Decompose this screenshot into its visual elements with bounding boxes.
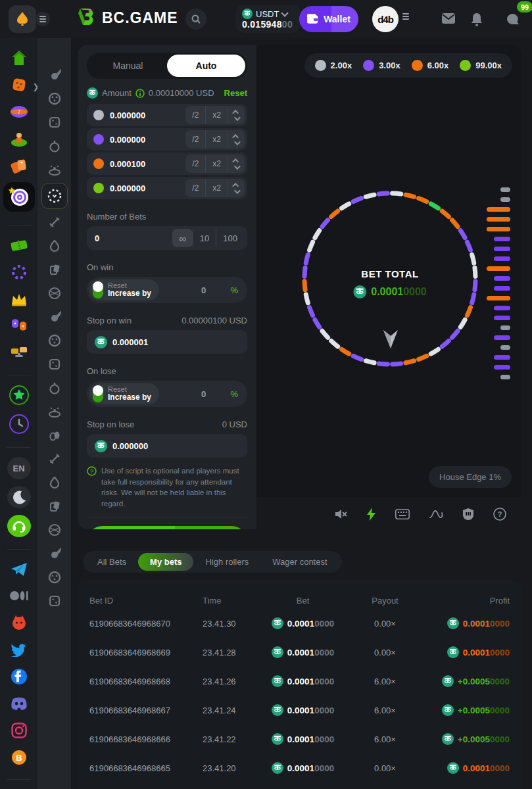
- preset-button-10[interactable]: 10: [193, 229, 216, 247]
- sidebar-item-language-en[interactable]: EN: [7, 457, 31, 479]
- tab-all-bets[interactable]: All Bets: [85, 553, 138, 571]
- on-win-value[interactable]: 0: [201, 285, 206, 295]
- game-nav-item-hilo[interactable]: [41, 400, 68, 423]
- on-lose-value[interactable]: 0: [201, 389, 206, 399]
- tab-my-bets[interactable]: My bets: [138, 553, 193, 571]
- game-nav-item-robot[interactable]: [41, 518, 68, 542]
- game-nav-item-ball[interactable]: [41, 281, 68, 305]
- game-nav-item-bomb[interactable]: [41, 134, 68, 158]
- double-button[interactable]: x2: [206, 179, 228, 197]
- table-row[interactable]: 6190668364696866823.41.260.000100006.00×…: [89, 667, 510, 696]
- notifications-button[interactable]: [471, 13, 483, 26]
- preset-button-100[interactable]: 100: [216, 229, 244, 247]
- stop-on-win-input[interactable]: 0.000001: [87, 330, 247, 354]
- sidebar-item-lottery[interactable]: [8, 128, 30, 149]
- increment-buttons[interactable]: [228, 134, 245, 145]
- table-row[interactable]: 6190668364696867023.41.300.000100000.00×…: [89, 609, 510, 638]
- game-nav-item-classic-dice[interactable]: [41, 110, 68, 134]
- balance-selector[interactable]: USDT 0.01594800: [235, 5, 301, 33]
- game-nav-item-grip[interactable]: [41, 565, 68, 589]
- sidebar-item-facebook[interactable]: [8, 666, 30, 687]
- toggle-switch-icon[interactable]: [93, 281, 103, 299]
- hotkeys-button[interactable]: [395, 509, 410, 519]
- double-button[interactable]: x2: [206, 155, 228, 173]
- increment-buttons[interactable]: [228, 158, 245, 170]
- sidebar-item-bonus-ticket[interactable]: [8, 235, 30, 256]
- toggle-switch-icon[interactable]: [93, 385, 103, 402]
- half-button[interactable]: /2: [185, 179, 206, 197]
- turbo-button[interactable]: [366, 508, 376, 521]
- wallet-button[interactable]: Wallet: [299, 6, 358, 32]
- game-nav-item-crash[interactable]: [41, 63, 68, 87]
- start-auto-bet-button[interactable]: Start Auto Bet: [87, 526, 247, 529]
- game-nav-item-eggs[interactable]: [41, 210, 68, 234]
- game-nav-item-spin[interactable]: [41, 589, 68, 613]
- sidebar-item-medium[interactable]: [8, 585, 30, 606]
- brand-logo[interactable]: BC.GAME: [76, 7, 178, 28]
- game-nav-item-sword[interactable]: [41, 352, 68, 376]
- sidebar-item-telegram[interactable]: [8, 559, 30, 580]
- game-nav-item-rocket[interactable]: [41, 423, 68, 447]
- sidebar-item-casino[interactable]: ❯: [8, 74, 30, 95]
- sidebar-item-recent-clock[interactable]: [7, 413, 31, 435]
- stop-on-lose-input[interactable]: 0.000000: [87, 434, 247, 458]
- sidebar-item-discord[interactable]: [8, 693, 30, 714]
- double-button[interactable]: x2: [206, 130, 228, 149]
- tab-auto[interactable]: Auto: [167, 55, 245, 77]
- table-row[interactable]: 6190668364696866523.41.200.000100000.00×…: [89, 753, 510, 782]
- sound-muted-button[interactable]: [334, 508, 347, 520]
- tab-high-rollers[interactable]: High rollers: [193, 553, 260, 571]
- on-win-increase-option[interactable]: Increase by: [108, 289, 151, 299]
- game-nav-item-amulet[interactable]: [41, 329, 68, 352]
- trends-button[interactable]: [429, 509, 443, 519]
- game-nav-item-dice-duo[interactable]: [41, 447, 68, 471]
- sidebar-item-github[interactable]: [8, 612, 30, 633]
- sidebar-item-vip-crown[interactable]: [8, 289, 30, 310]
- game-nav-item-frame[interactable]: [41, 542, 68, 565]
- tab-manual[interactable]: Manual: [89, 55, 167, 77]
- info-icon[interactable]: [135, 89, 145, 98]
- amount-reset-button[interactable]: Reset: [224, 88, 247, 98]
- number-of-bets-input[interactable]: 0 ∞10100: [87, 226, 247, 250]
- tab-wager-contest[interactable]: Wager contest: [260, 553, 339, 571]
- bet-amount-row-bet-6x[interactable]: 0.000100/2x2: [87, 153, 247, 175]
- sidebar-collapse-button[interactable]: [36, 12, 50, 26]
- game-nav-item-cookies[interactable]: [41, 234, 68, 258]
- on-lose-increase-option[interactable]: Increase by: [108, 393, 151, 402]
- spade-logo-button[interactable]: [9, 5, 36, 33]
- game-nav-item-armor[interactable]: [41, 494, 68, 518]
- search-button[interactable]: [185, 9, 206, 30]
- sidebar-item-sports[interactable]: 7: [8, 101, 30, 122]
- half-button[interactable]: /2: [185, 155, 206, 173]
- sidebar-item-instagram[interactable]: [8, 720, 30, 741]
- sidebar-item-theme-moon[interactable]: [7, 486, 31, 508]
- sidebar-item-wheel-game[interactable]: [3, 182, 35, 212]
- game-nav-item-eye[interactable]: [41, 376, 68, 400]
- sidebar-item-bitcointalk[interactable]: B: [8, 747, 30, 768]
- half-button[interactable]: /2: [185, 130, 206, 149]
- game-nav-item-beauty[interactable]: [41, 258, 68, 281]
- help-button[interactable]: ?: [493, 508, 506, 521]
- sidebar-item-home[interactable]: [8, 47, 30, 68]
- mail-button[interactable]: [442, 13, 455, 24]
- chat-button[interactable]: [506, 13, 520, 26]
- table-row[interactable]: 6190668364696866623.41.220.000100006.00×…: [89, 725, 510, 753]
- table-row[interactable]: 6190668364696866723.41.240.000100006.00×…: [89, 696, 510, 725]
- user-avatar[interactable]: d4b: [372, 6, 399, 32]
- sidebar-item-promotions[interactable]: [8, 155, 30, 176]
- sidebar-item-live-stats[interactable]: [8, 343, 30, 364]
- bet-amount-row-bet-2x[interactable]: 0.000000/2x2: [87, 104, 247, 126]
- increment-buttons[interactable]: [228, 110, 245, 121]
- game-nav-item-video-poker[interactable]: [41, 305, 68, 329]
- table-row[interactable]: 6190668364696866923.41.280.000100000.00×…: [89, 638, 510, 667]
- game-nav-item-mines[interactable]: [41, 158, 68, 181]
- on-lose-toggle[interactable]: Reset Increase by: [89, 383, 159, 404]
- game-nav-item-cards[interactable]: [41, 471, 68, 494]
- on-win-toggle[interactable]: Reset Increase by: [89, 279, 159, 300]
- double-button[interactable]: x2: [206, 106, 228, 124]
- sidebar-item-rewards-star[interactable]: [7, 385, 31, 407]
- bet-amount-row-bet-99x[interactable]: 0.000000/2x2: [87, 177, 247, 199]
- user-menu-button[interactable]: [402, 16, 409, 17]
- infinity-preset-button[interactable]: ∞: [172, 229, 193, 247]
- game-nav-item-plinko[interactable]: [41, 87, 68, 110]
